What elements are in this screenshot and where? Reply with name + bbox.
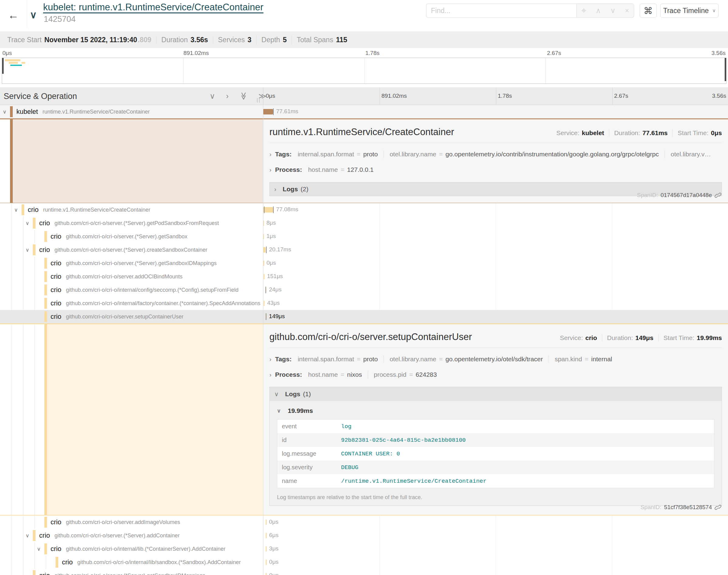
- service-color-bar: [44, 284, 47, 295]
- service-name: kubelet: [16, 108, 38, 116]
- span-duration-bar[interactable]: [266, 546, 267, 552]
- span-row[interactable]: criogithub.com/cri-o/cri-o/internal/lib/…: [0, 555, 728, 569]
- log-entry-toggle[interactable]: ∨ 19.99ms: [277, 407, 714, 414]
- clear-search-icon[interactable]: ×: [625, 6, 629, 15]
- span-row[interactable]: ∨criogithub.com/cri-o/cri-o/internal/lib…: [0, 542, 728, 555]
- span-row[interactable]: criogithub.com/cri-o/cri-o/server.setupC…: [0, 310, 728, 323]
- locate-icon[interactable]: ⌖: [581, 6, 586, 16]
- kv-pair[interactable]: host.name=127.0.0.1: [308, 166, 373, 173]
- prev-result-icon[interactable]: ∧: [596, 6, 601, 15]
- minimap-left-scrubber[interactable]: [2, 58, 4, 74]
- back-button[interactable]: ←: [4, 6, 23, 24]
- kv-pair[interactable]: otel.library.name=go.opentelemetry.io/co…: [390, 150, 659, 158]
- minimap-span-bar: [5, 59, 21, 61]
- kv-pair[interactable]: otel.library.name=go.opentelemetry.io/ot…: [390, 356, 543, 363]
- span-row-name-cell: ∨kubeletruntime.v1.RuntimeService/Create…: [0, 105, 263, 119]
- span-duration-bar[interactable]: [263, 247, 266, 252]
- span-row[interactable]: ∨criogithub.com/cri-o/cri-o/server.(*Ser…: [0, 243, 728, 257]
- indent-guide: [11, 270, 12, 283]
- log-marker: [273, 206, 274, 213]
- timeline-table-header: Service & Operation ∨ › ≫ ≫ 0μs891.02ms1…: [0, 88, 728, 105]
- collapse-all-icon[interactable]: ≫: [240, 92, 247, 100]
- kv-pair[interactable]: process.pid=624283: [374, 371, 437, 378]
- span-duration-bar[interactable]: [266, 573, 267, 575]
- span-row-label: criogithub.com/cri-o/cri-o/server.addIma…: [0, 515, 263, 529]
- log-field-value[interactable]: log: [336, 419, 714, 434]
- span-row[interactable]: ∨crioruntime.v1.RuntimeService/CreateCon…: [0, 203, 728, 216]
- process-row[interactable]: › Process: host.name=127.0.0.1: [269, 165, 722, 174]
- log-field-value[interactable]: 92b82381-025c-4a64-815c-ba2e1bb08100: [336, 433, 714, 447]
- span-duration-bar[interactable]: [266, 560, 267, 565]
- log-field-key: name: [277, 474, 337, 488]
- row-expand-icon[interactable]: ∨: [37, 546, 41, 552]
- tags-row[interactable]: › Tags: internal.span.format=protootel.l…: [269, 355, 722, 363]
- trace-view-dropdown[interactable]: Trace Timeline ∨: [660, 4, 719, 18]
- span-duration-bar[interactable]: [264, 301, 265, 306]
- span-duration-bar[interactable]: [263, 207, 273, 212]
- log-field-value[interactable]: DEBUG: [336, 461, 714, 474]
- kv-key: process.pid: [374, 371, 406, 378]
- link-icon[interactable]: [715, 504, 721, 511]
- span-row[interactable]: ∨criogithub.com/cri-o/cri-o/server.(*Ser…: [0, 216, 728, 230]
- tag-list: internal.span.format=protootel.library.n…: [298, 150, 711, 158]
- span-duration-bar[interactable]: [263, 109, 273, 114]
- trace-title-link[interactable]: kubelet: runtime.v1.RuntimeService/Creat…: [43, 2, 263, 13]
- span-row[interactable]: criogithub.com/cri-o/cri-o/server.(*Serv…: [0, 257, 728, 270]
- row-expand-icon[interactable]: ∨: [14, 207, 18, 213]
- span-row-timeline-cell: 0μs: [263, 257, 728, 270]
- link-icon[interactable]: [715, 192, 721, 199]
- kv-pair[interactable]: internal.span.format=proto: [298, 356, 378, 363]
- find-input[interactable]: [426, 4, 576, 18]
- service-color-bar: [10, 106, 13, 117]
- kv-pair[interactable]: span.kind=internal: [555, 356, 612, 363]
- trace-header-collapse-icon[interactable]: ∨: [30, 9, 37, 21]
- minimap-tick-label: 2.67s: [547, 50, 561, 57]
- column-resizer[interactable]: [257, 98, 260, 103]
- log-field-row: log.severityDEBUG: [277, 461, 714, 474]
- log-fields-table: eventlogid92b82381-025c-4a64-815c-ba2e1b…: [277, 419, 714, 488]
- minimap-right-scrubber[interactable]: [725, 58, 726, 81]
- row-expand-icon[interactable]: ∨: [26, 220, 29, 227]
- process-row[interactable]: › Process: host.name=nixosprocess.pid=62…: [269, 370, 722, 379]
- span-row-timeline-cell: 77.61ms: [263, 105, 728, 119]
- span-row[interactable]: criogithub.com/cri-o/cri-o/server.(*Serv…: [0, 569, 728, 575]
- span-row[interactable]: ∨kubeletruntime.v1.RuntimeService/Create…: [0, 105, 728, 119]
- span-duration-bar[interactable]: [266, 533, 267, 538]
- span-row[interactable]: criogithub.com/cri-o/cri-o/internal/fact…: [0, 297, 728, 310]
- log-field-value[interactable]: CONTAINER USER: 0: [336, 447, 714, 461]
- next-result-icon[interactable]: ∨: [610, 6, 616, 15]
- kv-pair[interactable]: internal.span.format=proto: [298, 150, 378, 158]
- span-row-label: criogithub.com/cri-o/cri-o/internal/conf…: [0, 283, 263, 297]
- span-row[interactable]: criogithub.com/cri-o/cri-o/internal/conf…: [0, 283, 728, 297]
- service-name: crio: [51, 273, 61, 280]
- span-row[interactable]: ∨criogithub.com/cri-o/cri-o/server.(*Ser…: [0, 529, 728, 542]
- summary-label: Depth: [262, 36, 280, 44]
- page-header: ← ∨ kubelet: runtime.v1.RuntimeService/C…: [0, 0, 728, 32]
- chevron-right-icon: ›: [269, 356, 271, 363]
- summary-item: Total Spans115: [292, 36, 352, 44]
- span-duration-label: 20.17ms: [269, 246, 291, 253]
- row-expand-icon[interactable]: ∨: [3, 109, 6, 115]
- span-row[interactable]: criogithub.com/cri-o/cri-o/server.(*Serv…: [0, 230, 728, 243]
- operation-name: runtime.v1.RuntimeService/CreateContaine…: [42, 109, 150, 115]
- span-duration-label: 0μs: [269, 572, 278, 575]
- expand-one-icon[interactable]: ›: [226, 92, 228, 100]
- span-row[interactable]: criogithub.com/cri-o/cri-o/server.addOCI…: [0, 270, 728, 283]
- kv-pair[interactable]: host.name=nixos: [308, 371, 362, 378]
- collapse-one-icon[interactable]: ∨: [209, 92, 215, 100]
- log-field-row: name/runtime.v1.RuntimeService/CreateCon…: [277, 474, 714, 488]
- span-duration-bar[interactable]: [266, 519, 267, 525]
- span-row[interactable]: criogithub.com/cri-o/cri-o/server.addIma…: [0, 515, 728, 529]
- log-field-row: eventlog: [277, 419, 714, 434]
- row-expand-icon[interactable]: ∨: [26, 533, 29, 539]
- span-duration-bar[interactable]: [264, 274, 265, 279]
- operation-name: github.com/cri-o/cri-o/server.(*Server).…: [54, 573, 205, 575]
- minimap-canvas[interactable]: [2, 58, 726, 84]
- tags-row[interactable]: › Tags: internal.span.format=protootel.l…: [269, 150, 722, 159]
- kv-pair[interactable]: otel.library.v…: [671, 150, 711, 158]
- logs-toggle[interactable]: ∨ Logs (1): [270, 387, 722, 401]
- keyboard-shortcuts-button[interactable]: ⌘: [640, 4, 657, 18]
- row-expand-icon[interactable]: ∨: [26, 247, 29, 253]
- log-field-value[interactable]: /runtime.v1.RuntimeService/CreateContain…: [336, 474, 714, 488]
- kv-equals: =: [409, 371, 413, 378]
